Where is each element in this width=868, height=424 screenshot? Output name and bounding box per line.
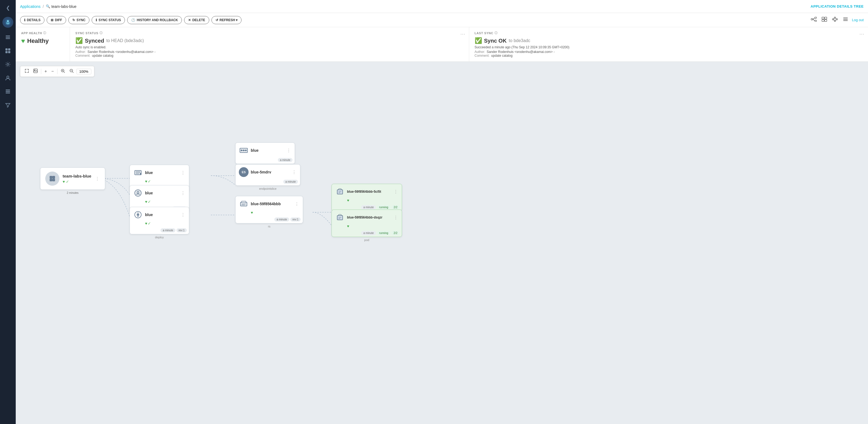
app-health-info-icon[interactable]: ⓘ bbox=[43, 31, 46, 35]
svc-icon bbox=[133, 168, 143, 177]
refresh-button[interactable]: ↺ REFRESH ▾ bbox=[212, 16, 242, 24]
sidebar-item-layers[interactable] bbox=[2, 31, 13, 43]
svc-heart: ♥ bbox=[145, 179, 147, 183]
history-icon: 🕐 bbox=[131, 18, 135, 22]
zoom-out-button[interactable]: − bbox=[50, 68, 55, 75]
diff-button[interactable]: ⊞ DIFF bbox=[46, 16, 66, 24]
rs-rev-tag: rev:1 bbox=[290, 218, 301, 222]
svg-rect-9 bbox=[8, 48, 10, 51]
pod2-status-tag: running bbox=[377, 231, 390, 235]
svg-line-40 bbox=[64, 72, 65, 73]
rs-menu[interactable]: ⋮ bbox=[294, 201, 300, 207]
root-status: ♥ ✓ bbox=[63, 179, 91, 184]
last-sync-comment-value: update catalog bbox=[491, 54, 513, 58]
delete-button[interactable]: ✕ DELETE bbox=[184, 16, 209, 24]
health-status: ♥ Healthy bbox=[21, 37, 64, 45]
zoom-in-icon-button[interactable] bbox=[59, 68, 67, 75]
pod1-menu[interactable]: ⋮ bbox=[393, 189, 399, 195]
svg-rect-23 bbox=[825, 17, 827, 19]
sidebar-item-settings[interactable] bbox=[2, 59, 13, 70]
nav-arrow[interactable]: ❮ bbox=[4, 3, 12, 13]
pod2-title: blue-59f8564bbb-dsqzr bbox=[347, 216, 391, 219]
network-view-icon[interactable] bbox=[831, 16, 839, 24]
pod1-node: blue-59f8564bbb-5cl5t ⋮ ♥ a minute runni… bbox=[332, 184, 402, 211]
svg-line-21 bbox=[813, 19, 815, 21]
sidebar-item-apps[interactable] bbox=[2, 45, 13, 56]
svg-point-28 bbox=[834, 20, 835, 22]
logo bbox=[2, 17, 13, 28]
breadcrumb-applications[interactable]: Applications bbox=[20, 4, 41, 9]
svg-rect-7 bbox=[6, 38, 10, 39]
last-sync-menu[interactable]: ⋯ bbox=[859, 31, 864, 37]
sync-comment-label: Comment: bbox=[75, 54, 90, 58]
last-sync-time: Succeeded a minute ago (Thu Sep 12 2024 … bbox=[475, 45, 863, 49]
last-sync-main: ✅ Sync OK to bde3adc bbox=[475, 37, 863, 44]
deploy-title: blue bbox=[145, 213, 178, 217]
toolbar-separator-2 bbox=[57, 69, 58, 74]
sync-status-menu[interactable]: ⋯ bbox=[460, 31, 465, 37]
svc-menu[interactable]: ⋮ bbox=[180, 170, 186, 176]
last-sync-info-icon[interactable]: ⓘ bbox=[494, 31, 498, 35]
action-buttons: ℹ DETAILS ⊞ DIFF ↻ SYNC ℹ SYNC STATUS 🕐 … bbox=[20, 16, 242, 24]
rs-node: blue-59f8564bbb ⋮ ♥ a minute rev:1 rs bbox=[235, 196, 303, 223]
sync-author-value: Sander Rodenhuis <srodenhu@akamai.com> - bbox=[88, 50, 156, 54]
ep-menu[interactable]: ⋮ bbox=[286, 147, 291, 153]
zoom-in-button[interactable]: + bbox=[43, 68, 49, 75]
zoom-input[interactable] bbox=[76, 69, 91, 74]
last-sync-comment: Comment: update catalog bbox=[475, 54, 863, 58]
svg-point-12 bbox=[7, 63, 9, 65]
sync-status-panel: SYNC STATUS ⓘ ⋯ ✅ Synced to HEAD (bde3ad… bbox=[70, 27, 469, 61]
sync-button[interactable]: ↻ SYNC bbox=[68, 16, 89, 24]
svg-point-54 bbox=[140, 173, 142, 174]
pod1-title: blue-59f8564bbb-5cl5t bbox=[347, 190, 391, 194]
fit-view-button[interactable] bbox=[23, 68, 31, 75]
ep-node: blue ⋮ a minute ep bbox=[235, 142, 295, 164]
page-title: APPLICATION DETAILS TREE bbox=[810, 4, 864, 8]
last-sync-panel: LAST SYNC ⓘ ⋯ ✅ Sync OK to bde3adc Succe… bbox=[469, 27, 868, 61]
sync-status-button[interactable]: ℹ SYNC STATUS bbox=[92, 16, 125, 24]
sidebar-item-filter[interactable] bbox=[2, 100, 13, 111]
pod1-icon bbox=[335, 187, 345, 197]
sa-menu[interactable]: ⋮ bbox=[180, 190, 186, 196]
svg-point-18 bbox=[815, 17, 816, 19]
svg-point-60 bbox=[241, 149, 242, 151]
svg-point-1 bbox=[7, 20, 9, 22]
rs-status: ♥ bbox=[236, 210, 303, 216]
rs-title: blue-59f8564bbb bbox=[251, 202, 292, 206]
zoom-out-icon-button[interactable] bbox=[68, 68, 75, 75]
svg-point-61 bbox=[243, 149, 245, 151]
image-export-button[interactable] bbox=[32, 68, 39, 75]
tree-view-icon[interactable] bbox=[810, 16, 818, 24]
health-heart-icon: ♥ bbox=[21, 37, 25, 45]
sidebar-item-list[interactable] bbox=[2, 86, 13, 97]
pod1-count-tag: 2/2 bbox=[392, 205, 400, 209]
sidebar-item-user[interactable] bbox=[2, 72, 13, 84]
root-content: team-labs-blue ♥ ✓ bbox=[63, 174, 91, 184]
rs-footer: a minute rev:1 bbox=[236, 216, 303, 223]
svg-rect-5 bbox=[6, 35, 10, 36]
svg-rect-16 bbox=[6, 92, 10, 93]
svg-line-44 bbox=[72, 72, 73, 73]
last-sync-author-label: Author: bbox=[475, 50, 485, 54]
root-sync: ✓ bbox=[66, 179, 69, 184]
history-rollback-button[interactable]: 🕐 HISTORY AND ROLLBACK bbox=[127, 16, 182, 24]
ep-time-tag: a minute bbox=[278, 158, 292, 162]
deploy-node: blue ⋮ ♥ ✓ a minute rev:1 deploy bbox=[130, 207, 189, 234]
grid-view-icon[interactable] bbox=[820, 16, 828, 24]
sync-icon: ↻ bbox=[72, 18, 75, 22]
pod2-menu[interactable]: ⋮ bbox=[393, 215, 399, 221]
svc-title: blue bbox=[145, 170, 178, 175]
svg-point-17 bbox=[811, 19, 813, 20]
logout-button[interactable]: Log out bbox=[852, 18, 864, 22]
pod1-header: blue-59f8564bbb-5cl5t ⋮ bbox=[332, 184, 402, 198]
deploy-sync: ✓ bbox=[148, 221, 151, 226]
root-menu[interactable]: ⋮ bbox=[95, 176, 100, 182]
sync-status-info-icon[interactable]: ⓘ bbox=[99, 31, 103, 35]
deploy-menu[interactable]: ⋮ bbox=[180, 212, 186, 218]
breadcrumb-search: 🔍 team-labs-blue bbox=[46, 4, 76, 9]
list-view-icon[interactable] bbox=[842, 16, 849, 24]
endpointslice-menu[interactable]: ⋮ bbox=[291, 169, 297, 175]
details-button[interactable]: ℹ DETAILS bbox=[20, 16, 44, 24]
svg-rect-66 bbox=[242, 201, 246, 203]
sa-heart: ♥ bbox=[145, 199, 147, 204]
